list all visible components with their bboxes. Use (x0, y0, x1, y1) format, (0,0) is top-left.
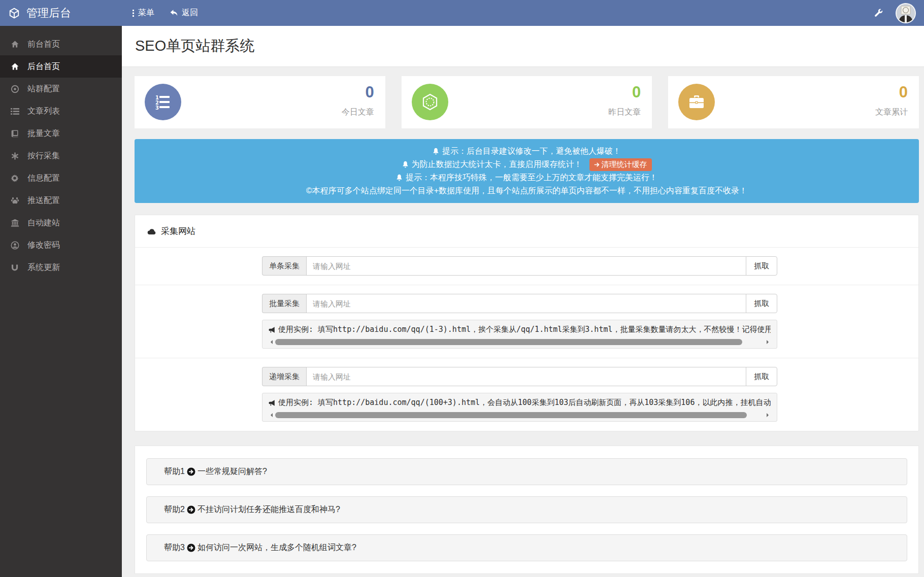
sidebar-item-admin-home[interactable]: 后台首页 (0, 55, 122, 78)
bell-icon (396, 174, 403, 181)
help-item-2[interactable]: 帮助2 不挂访问计划任务还能推送百度和神马? (146, 496, 907, 523)
svg-text:3: 3 (155, 105, 159, 110)
paw-icon (10, 196, 20, 205)
sidebar-item-push-config[interactable]: 推送配置 (0, 189, 122, 212)
single-collect-input[interactable] (306, 256, 746, 276)
cloud-icon (147, 228, 156, 235)
help-item-3[interactable]: 帮助3 如何访问一次网站，生成多个随机组词文章? (146, 534, 907, 561)
scrollbar-thumb[interactable] (275, 339, 742, 345)
brand-title: 管理后台 (26, 6, 71, 21)
stat-label-today: 今日文章 (342, 107, 374, 118)
sidebar-item-auto-build[interactable]: 自动建站 (0, 212, 122, 234)
arrow-circle-right-icon (187, 544, 195, 552)
sidebar-item-front-home[interactable]: 前台首页 (0, 33, 122, 55)
increment-collect-block: 递增采集 抓取 使用实例: 填写http://baidu.com/qq/(100… (135, 358, 918, 431)
chrome-icon (10, 85, 20, 93)
topbar-right (874, 3, 924, 23)
stat-card-yesterday: 0 昨日文章 (402, 76, 652, 128)
sidebar-item-site-config[interactable]: 站群配置 (0, 78, 122, 100)
arrow-circle-right-icon (187, 467, 195, 476)
back-link[interactable]: 返回 (170, 8, 198, 18)
increment-collect-note: 使用实例: 填写http://baidu.com/qq/(100+3).html… (262, 393, 777, 422)
stat-label-total: 文章累计 (875, 107, 908, 118)
sidebar-item-system-update[interactable]: 系统更新 (0, 256, 122, 279)
batch-collect-block: 批量采集 抓取 使用实例: 填写http://baidu.com/qq/(1-3… (135, 285, 918, 358)
brand[interactable]: 管理后台 (0, 6, 122, 21)
horizontal-scrollbar[interactable] (269, 338, 771, 346)
ordered-list-icon: 1 2 3 (145, 84, 181, 120)
bullhorn-icon (269, 399, 276, 406)
page-header: SEO单页站群系统 (122, 26, 924, 67)
stats-row: 1 2 3 0 今日文章 (135, 76, 919, 128)
increment-collect-label: 递增采集 (262, 367, 306, 386)
avatar[interactable] (896, 3, 916, 23)
list-icon (10, 108, 20, 115)
scroll-right-icon[interactable] (767, 340, 771, 344)
bell-icon (433, 148, 439, 155)
menu-toggle[interactable]: 菜单 (132, 8, 154, 18)
tips-alert: 提示：后台目录建议修改一下，避免被他人爆破！ 为防止数据过大统计太卡，直接启用缓… (135, 139, 919, 203)
arrow-right-icon (594, 162, 600, 167)
arrow-circle-right-icon (187, 505, 195, 514)
horizontal-scrollbar[interactable] (269, 412, 771, 419)
clear-cache-button[interactable]: 清理统计缓存 (589, 158, 652, 171)
asterisk-icon (10, 152, 20, 160)
scrollbar-thumb[interactable] (275, 412, 747, 418)
update-icon (10, 264, 20, 271)
increment-grab-button[interactable]: 抓取 (746, 367, 777, 386)
scroll-right-icon[interactable] (767, 413, 771, 417)
collect-panel-title: 采集网站 (161, 225, 195, 237)
stat-label-yesterday: 昨日文章 (608, 107, 641, 118)
batch-collect-input[interactable] (306, 294, 746, 313)
home-icon (10, 40, 20, 48)
gear-icon (10, 174, 20, 182)
cube-icon (9, 8, 20, 19)
sidebar-item-info-config[interactable]: 信息配置 (0, 167, 122, 189)
stat-value-total: 0 (875, 84, 908, 101)
collect-panel: 采集网站 单条采集 抓取 批量采集 抓取 (135, 215, 919, 431)
sidebar-item-batch-articles[interactable]: 批量文章 (0, 122, 122, 145)
single-collect-label: 单条采集 (262, 256, 306, 276)
stat-card-today: 1 2 3 0 今日文章 (135, 76, 385, 128)
main-content: SEO单页站群系统 1 2 3 0 今日文章 (122, 26, 924, 577)
single-grab-button[interactable]: 抓取 (746, 256, 777, 276)
help-item-1[interactable]: 帮助1 一些常规疑问解答? (146, 458, 907, 485)
reply-arrow-icon (170, 9, 178, 17)
stat-value-today: 0 (342, 84, 374, 101)
ellipsis-v-icon (132, 9, 135, 17)
page-title: SEO单页站群系统 (135, 36, 254, 56)
sidebar-item-line-collect[interactable]: 按行采集 (0, 145, 122, 167)
wrench-icon[interactable] (874, 9, 883, 18)
batch-collect-note: 使用实例: 填写http://baidu.com/qq/(1-3).html，挨… (262, 320, 777, 349)
scroll-left-icon[interactable] (269, 413, 273, 417)
topnav: 菜单 返回 (132, 8, 198, 18)
briefcase-icon (678, 84, 715, 120)
collect-panel-header: 采集网站 (135, 215, 918, 248)
batch-collect-label: 批量采集 (262, 294, 306, 313)
batch-grab-button[interactable]: 抓取 (746, 294, 777, 313)
sidebar-item-change-password[interactable]: 修改密码 (0, 234, 122, 256)
book-icon (10, 129, 20, 138)
bank-icon (10, 219, 20, 227)
single-collect-block: 单条采集 抓取 (135, 248, 918, 285)
home-icon (10, 62, 20, 71)
hexagon-badge-icon (412, 84, 448, 120)
stat-card-total: 0 文章累计 (668, 76, 919, 128)
scroll-left-icon[interactable] (269, 340, 273, 344)
stat-value-yesterday: 0 (608, 84, 641, 101)
sidebar-item-article-list[interactable]: 文章列表 (0, 100, 122, 122)
sidebar: 前台首页 后台首页 站群配置 文章列表 批量文章 (0, 26, 122, 577)
bullhorn-icon (269, 326, 276, 333)
topbar: 管理后台 菜单 返回 (0, 0, 924, 26)
bell-icon (402, 161, 409, 168)
user-circle-icon (10, 241, 20, 250)
increment-collect-input[interactable] (306, 367, 746, 386)
help-panel: 帮助1 一些常规疑问解答? 帮助2 不挂访问计划任务还能推送百度和神马? 帮助3… (135, 446, 919, 574)
